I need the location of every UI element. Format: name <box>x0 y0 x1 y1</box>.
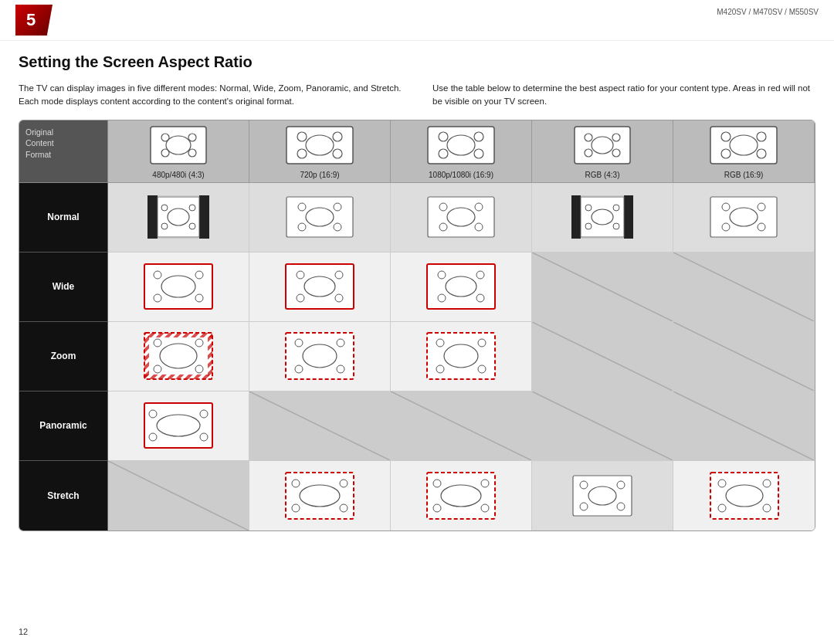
svg-rect-0 <box>151 127 206 164</box>
row-label-panoramic: Panoramic <box>19 391 108 461</box>
svg-rect-54 <box>581 197 624 237</box>
svg-rect-52 <box>571 195 581 239</box>
svg-line-85 <box>673 253 814 321</box>
svg-line-84 <box>532 253 673 321</box>
svg-line-121 <box>249 391 390 460</box>
cell-normal-480p <box>108 183 249 253</box>
svg-rect-107 <box>427 333 495 379</box>
col-header-rgb169: RGB (16:9) <box>673 120 815 183</box>
svg-rect-86 <box>144 333 212 379</box>
cell-zoom-rgb169 <box>673 322 815 391</box>
col-header-rgb43: RGB (4:3) <box>532 120 673 183</box>
cell-panoramic-1080p <box>391 391 532 461</box>
col-label-720p: 720p (16:9) <box>300 171 339 179</box>
cell-stretch-720p <box>249 461 391 530</box>
row-label-zoom: Zoom <box>19 322 108 391</box>
col-label-rgb43: RGB (4:3) <box>585 171 619 179</box>
cell-zoom-480p <box>108 322 249 391</box>
svg-rect-53 <box>624 195 633 239</box>
svg-line-122 <box>391 391 531 460</box>
svg-rect-32 <box>199 195 209 239</box>
row-label-stretch: Stretch <box>19 461 108 530</box>
cell-stretch-480p <box>108 461 249 530</box>
svg-line-124 <box>673 391 814 460</box>
svg-line-114 <box>673 322 814 391</box>
cell-panoramic-rgb169 <box>673 391 815 461</box>
page-title: Setting the Screen Aspect Ratio <box>0 41 834 77</box>
svg-rect-18 <box>575 127 630 164</box>
cell-wide-480p <box>108 253 249 322</box>
row-label-normal: Normal <box>19 183 108 253</box>
cell-wide-rgb43 <box>532 253 673 322</box>
svg-rect-115 <box>144 403 212 448</box>
aspect-ratio-table: OriginalContentFormat 480p/480i (4:3) 72… <box>19 120 815 531</box>
chapter-badge: 5 <box>15 5 53 36</box>
col-label-rgb169: RGB (16:9) <box>724 171 764 179</box>
cell-normal-rgb169 <box>673 183 815 253</box>
svg-line-123 <box>532 391 673 460</box>
svg-rect-45 <box>428 197 494 237</box>
svg-rect-60 <box>710 197 777 237</box>
svg-rect-24 <box>710 127 777 164</box>
cell-panoramic-rgb43 <box>532 391 673 461</box>
description-left: The TV can display images in five differ… <box>19 82 402 109</box>
page-header: 5 M420SV / M470SV / M550SV <box>0 0 834 41</box>
cell-zoom-1080p <box>391 322 532 391</box>
cell-panoramic-720p <box>249 391 391 461</box>
cell-zoom-720p <box>249 322 391 391</box>
col-header-1080p: 1080p/1080i (16:9) <box>391 120 532 183</box>
col-label-480p: 480p/480i (4:3) <box>152 171 204 179</box>
cell-normal-720p <box>249 183 391 253</box>
description-right: Use the table below to determine the bes… <box>432 82 815 109</box>
svg-rect-72 <box>286 264 354 309</box>
svg-line-113 <box>532 322 673 391</box>
cell-wide-1080p <box>391 253 532 322</box>
row-label-wide: Wide <box>19 253 108 322</box>
cell-wide-rgb169 <box>673 253 815 322</box>
svg-line-125 <box>108 461 249 530</box>
description-row: The TV can display images in five differ… <box>0 77 834 120</box>
cell-normal-1080p <box>391 183 532 253</box>
cell-stretch-1080p <box>391 461 532 530</box>
svg-rect-33 <box>158 197 199 237</box>
cell-panoramic-480p <box>108 391 249 461</box>
model-info: M420SV / M470SV / M550SV <box>717 8 819 16</box>
svg-rect-12 <box>428 127 494 164</box>
cell-wide-720p <box>249 253 391 322</box>
col-label-1080p: 1080p/1080i (16:9) <box>429 171 493 179</box>
corner-label: OriginalContentFormat <box>19 120 108 183</box>
svg-rect-66 <box>144 264 212 309</box>
col-header-720p: 720p (16:9) <box>249 120 391 183</box>
svg-rect-101 <box>286 333 354 379</box>
cell-stretch-rgb43 <box>532 461 673 530</box>
svg-rect-78 <box>427 264 495 309</box>
cell-normal-rgb43 <box>532 183 673 253</box>
svg-rect-39 <box>286 197 353 237</box>
page-number: 12 <box>19 627 28 636</box>
cell-zoom-rgb43 <box>532 322 673 391</box>
cell-stretch-rgb169 <box>673 461 815 530</box>
col-header-480p: 480p/480i (4:3) <box>108 120 249 183</box>
svg-rect-31 <box>147 195 158 239</box>
svg-rect-6 <box>286 127 353 164</box>
